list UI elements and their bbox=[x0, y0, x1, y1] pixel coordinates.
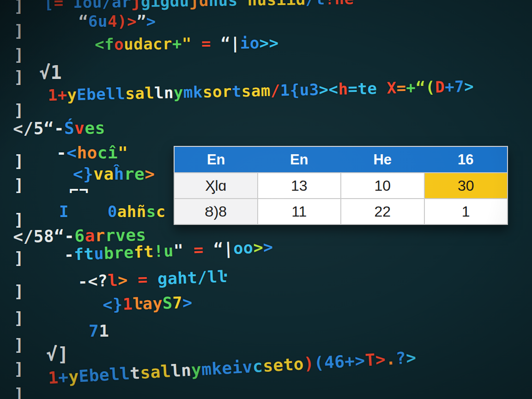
code-token: 6u bbox=[88, 12, 108, 30]
data-table: EnEnHe16 Ӽlɑ131030Ȣ)811221 bbox=[174, 146, 508, 225]
gutter-bracket: ] bbox=[14, 0, 24, 15]
code-line: <}1ŀayS7> bbox=[103, 293, 193, 314]
code-token: “( bbox=[416, 78, 435, 97]
gutter-bracket: ] bbox=[14, 248, 24, 267]
code-token: (46+> bbox=[314, 351, 366, 373]
code-token: va bbox=[93, 164, 114, 183]
code-token: a bbox=[85, 226, 95, 245]
code-token: > bbox=[253, 238, 264, 257]
code-token: y bbox=[67, 85, 77, 104]
code-token: sal bbox=[139, 362, 171, 382]
code-token: / bbox=[270, 81, 280, 99]
table-header-cell: He bbox=[341, 146, 424, 173]
code-token: > bbox=[375, 350, 386, 369]
code-token: >> bbox=[260, 34, 279, 52]
gutter-bracket: ] bbox=[14, 308, 24, 327]
code-line: √] bbox=[46, 344, 69, 365]
code-token: 1 bbox=[48, 368, 59, 387]
gutter-bracket: ] bbox=[14, 151, 24, 170]
code-token: ft bbox=[133, 242, 154, 262]
code-token: u bbox=[94, 244, 104, 263]
code-token: √1 bbox=[39, 62, 62, 83]
table-row: Ӽlɑ131030 bbox=[174, 173, 508, 199]
code-line: √1 bbox=[39, 62, 62, 83]
gutter-bracket: ] bbox=[14, 210, 24, 229]
code-token: s bbox=[146, 202, 156, 221]
code-token: " bbox=[173, 241, 184, 260]
code-token: + bbox=[58, 368, 69, 387]
code-token: > bbox=[464, 77, 474, 96]
code-token: sor bbox=[203, 82, 232, 101]
table-cell: 1 bbox=[424, 199, 508, 224]
code-line: 1+yEbellsallnymksortsam/1{u3><h=te X=+“(… bbox=[48, 77, 474, 104]
code-token: = bbox=[183, 240, 214, 260]
code-token: ln bbox=[170, 361, 192, 381]
code-line: -<?l> = gaht/lŀ bbox=[78, 267, 228, 291]
code-token: ĥ bbox=[114, 164, 124, 183]
code-token: gigdu bbox=[141, 0, 189, 11]
code-token: v bbox=[74, 119, 85, 138]
code-token: t bbox=[129, 363, 140, 383]
code-token: rves bbox=[105, 225, 146, 245]
code-token: " bbox=[182, 34, 192, 53]
code-token: > bbox=[263, 238, 273, 257]
code-token: ln bbox=[154, 83, 174, 102]
table-row: Ȣ)811221 bbox=[174, 199, 508, 224]
gutter-bracket: ] bbox=[14, 385, 24, 399]
code-token: I bbox=[59, 202, 69, 221]
code-token: ñ bbox=[137, 202, 146, 221]
code-token: =te bbox=[348, 79, 377, 98]
code-token: <} bbox=[103, 295, 123, 314]
code-token: √] bbox=[46, 344, 69, 365]
code-token: husiid bbox=[237, 0, 305, 9]
code-token: “| bbox=[213, 239, 234, 259]
code-token: " bbox=[118, 143, 128, 162]
code-line: <}vaĥre> bbox=[73, 164, 155, 183]
code-token: > bbox=[145, 164, 155, 183]
code-token: y bbox=[68, 367, 79, 386]
code-token: <f bbox=[95, 35, 114, 54]
table-cell: 11 bbox=[258, 199, 341, 224]
code-token: Ebell bbox=[78, 364, 130, 386]
code-token: !u bbox=[153, 242, 174, 261]
gutter-bracket: ] bbox=[14, 101, 24, 120]
code-token: ho bbox=[77, 143, 97, 162]
code-token: = bbox=[54, 0, 64, 12]
code-token: nus bbox=[209, 0, 238, 10]
highlighted-cell: 30 bbox=[424, 173, 508, 199]
code-token: 1 bbox=[122, 295, 133, 314]
code-line: </5“-Śves bbox=[13, 118, 105, 138]
code-token: “ bbox=[79, 12, 88, 30]
code-token: 6 bbox=[74, 226, 85, 245]
code-token: sal bbox=[125, 84, 155, 103]
code-token: D bbox=[435, 78, 445, 96]
code-token: jd bbox=[189, 0, 209, 10]
gutter-bracket: ] bbox=[14, 67, 24, 86]
code-line: -<hocî" bbox=[56, 143, 128, 162]
code-token: udacr bbox=[124, 35, 172, 54]
code-token: >< bbox=[319, 80, 339, 99]
code-token: 1{u3 bbox=[280, 80, 319, 100]
table-cell: 10 bbox=[341, 173, 424, 199]
code-token: cî bbox=[97, 143, 118, 162]
code-line: ⌐¬ bbox=[69, 181, 89, 200]
code-token: r bbox=[95, 226, 105, 245]
table-cell: Ȣ)8 bbox=[174, 199, 258, 224]
code-token: + bbox=[406, 78, 416, 97]
code-token: 1 bbox=[48, 86, 58, 104]
code-token: y bbox=[174, 83, 184, 102]
code-token: </58“- bbox=[13, 226, 75, 246]
code-token: c bbox=[252, 357, 263, 376]
code-token: > bbox=[405, 348, 417, 367]
code-token: h bbox=[338, 79, 348, 98]
table-header-cell: En bbox=[174, 146, 258, 173]
code-token: ? bbox=[395, 349, 406, 368]
table-cell: Ӽlɑ bbox=[174, 173, 258, 199]
code-token: y bbox=[191, 360, 202, 379]
code-token: c bbox=[156, 202, 166, 221]
table-header-cell: 16 bbox=[424, 146, 508, 173]
code-line: [= Iou/arjgigdujdnus husiid/l!he bbox=[44, 0, 354, 12]
code-token: l bbox=[108, 271, 118, 290]
code-token: 0 bbox=[108, 202, 117, 221]
code-token: io bbox=[240, 34, 260, 52]
